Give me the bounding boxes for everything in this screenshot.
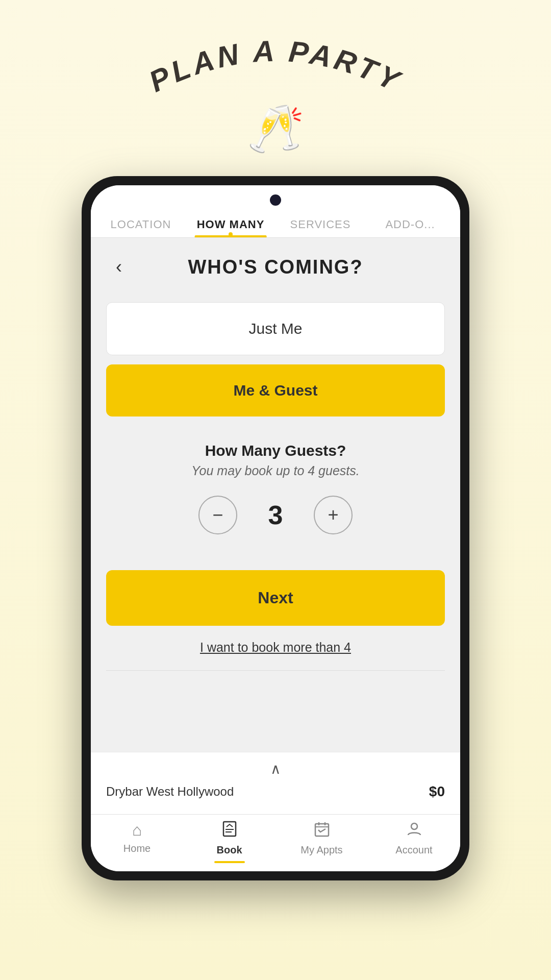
bottom-bar: ∧ Drybar West Hollywood $0	[91, 752, 460, 814]
calendar-icon	[314, 821, 330, 841]
back-icon: ‹	[116, 256, 122, 278]
tab-indicator	[229, 232, 233, 236]
svg-text:PLAN A PARTY: PLAN A PARTY	[144, 41, 407, 98]
account-icon	[406, 821, 422, 841]
back-button[interactable]: ‹	[106, 254, 132, 280]
options-section: Just Me Me & Guest	[91, 292, 460, 427]
tab-how-many[interactable]: HOW MANY	[186, 210, 276, 237]
svg-point-8	[411, 823, 417, 829]
plan-a-party-arc: PLAN A PARTY	[133, 41, 418, 102]
nav-account[interactable]: Account	[368, 821, 460, 863]
next-button[interactable]: Next	[106, 570, 445, 626]
nav-book-label: Book	[217, 844, 242, 856]
nav-home[interactable]: ⌂ Home	[91, 821, 183, 863]
guests-section: How Many Guests? You may book up to 4 gu…	[91, 427, 460, 565]
content-area: ‹ WHO'S COMING? Just Me Me & Guest How M…	[91, 238, 460, 752]
nav-my-appts-label: My Appts	[300, 844, 342, 856]
camera-dot	[270, 194, 281, 206]
minus-icon: −	[212, 504, 223, 526]
phone-frame: LOCATION HOW MANY SERVICES ADD-O... ‹ WH…	[82, 176, 469, 880]
me-and-guest-button[interactable]: Me & Guest	[106, 364, 445, 416]
tab-services[interactable]: SERVICES	[276, 210, 365, 237]
tab-addons[interactable]: ADD-O...	[365, 210, 455, 237]
just-me-button[interactable]: Just Me	[106, 302, 445, 355]
divider	[106, 670, 445, 671]
champagne-icon: 🥂	[247, 102, 304, 156]
tab-bar: LOCATION HOW MANY SERVICES ADD-O...	[91, 210, 460, 238]
nav-account-label: Account	[395, 844, 432, 856]
expand-handle[interactable]: ∧	[106, 761, 445, 777]
nav-book[interactable]: Book	[183, 821, 276, 863]
header-row: ‹ WHO'S COMING?	[91, 238, 460, 292]
chevron-up-icon: ∧	[270, 761, 281, 777]
plus-icon: +	[328, 504, 338, 526]
increment-button[interactable]: +	[314, 496, 353, 534]
price-label: $0	[429, 783, 445, 800]
guests-title: How Many Guests?	[205, 442, 346, 459]
home-icon: ⌂	[132, 821, 142, 840]
nav-my-appts[interactable]: My Appts	[276, 821, 368, 863]
bottom-nav: ⌂ Home Book	[91, 814, 460, 871]
page-title: WHO'S COMING?	[132, 256, 419, 278]
guests-subtitle: You may book up to 4 guests.	[191, 463, 359, 478]
nav-home-label: Home	[123, 843, 151, 854]
book-icon	[221, 821, 238, 841]
tab-location[interactable]: LOCATION	[96, 210, 186, 237]
book-more-link[interactable]: I want to book more than 4	[91, 631, 460, 670]
counter-row: − 3 +	[198, 496, 353, 534]
svg-rect-4	[315, 824, 329, 836]
location-name: Drybar West Hollywood	[106, 785, 234, 799]
guest-count: 3	[263, 500, 288, 530]
decrement-button[interactable]: −	[198, 496, 237, 534]
notch-area	[91, 185, 460, 210]
location-row: Drybar West Hollywood $0	[106, 783, 445, 804]
phone-screen: LOCATION HOW MANY SERVICES ADD-O... ‹ WH…	[91, 185, 460, 871]
top-section: PLAN A PARTY 🥂	[133, 0, 418, 156]
